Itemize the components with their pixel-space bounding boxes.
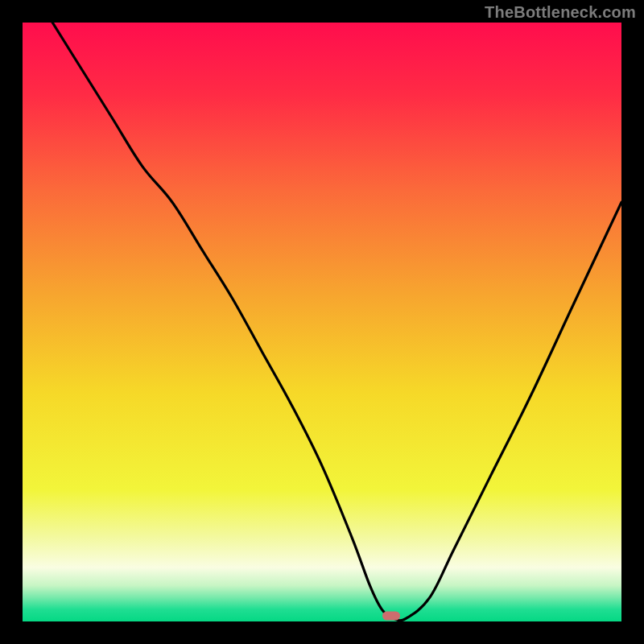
plot-area [23,23,621,621]
optimal-point-marker [382,611,400,620]
watermark-text: TheBottleneck.com [485,3,636,22]
bottleneck-curve [23,23,621,621]
chart-frame: TheBottleneck.com [0,0,644,644]
